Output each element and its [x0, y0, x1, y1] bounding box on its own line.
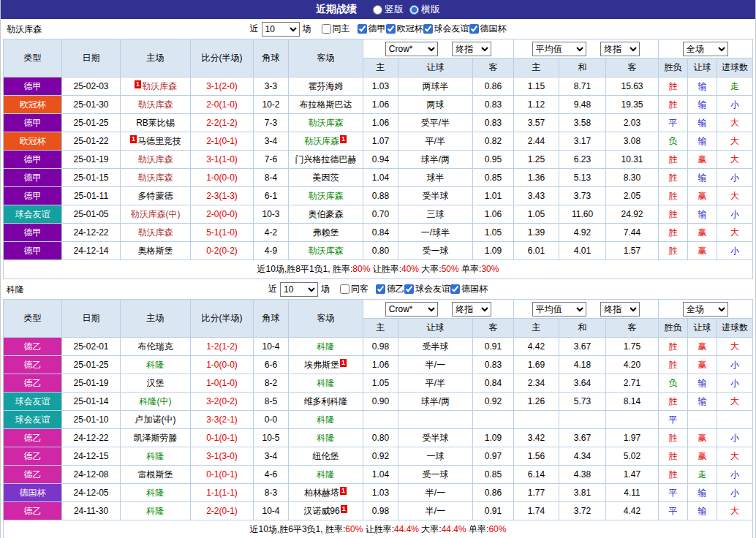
- team-link[interactable]: 霍芬海姆: [309, 81, 344, 91]
- crown-odds-select[interactable]: Crow*: [385, 42, 438, 56]
- team-link[interactable]: 雷根斯堡: [138, 469, 173, 480]
- team-link[interactable]: 凯泽斯劳滕: [134, 433, 178, 443]
- league-checkbox[interactable]: [358, 24, 367, 34]
- avg-home: 1.12: [514, 96, 559, 114]
- team-link[interactable]: 科隆: [147, 506, 165, 516]
- team-link[interactable]: 多特蒙德: [138, 191, 173, 201]
- odds-home: 0.80: [363, 242, 398, 260]
- league-checkbox[interactable]: [450, 284, 460, 294]
- team-link[interactable]: 科隆: [147, 488, 165, 498]
- layout-horizontal-option[interactable]: 横版: [409, 3, 440, 16]
- same-venue-checkbox[interactable]: [340, 284, 349, 294]
- league-filter[interactable]: 欧冠杯: [386, 23, 423, 35]
- avg-home: 3.42: [514, 429, 559, 447]
- result-outcome: 胜: [659, 356, 688, 374]
- team-link[interactable]: 布伦瑞克: [138, 341, 173, 352]
- league-checkbox[interactable]: [376, 284, 385, 294]
- team-link[interactable]: 马德里竞技: [137, 136, 181, 146]
- near-label: 近: [268, 283, 277, 295]
- avg-away: 10.31: [606, 151, 659, 169]
- league-checkbox[interactable]: [469, 24, 479, 34]
- team-link[interactable]: 弗赖堡: [313, 227, 339, 238]
- team-link[interactable]: RB莱比锡: [136, 118, 175, 128]
- layout-horizontal-radio[interactable]: [409, 5, 419, 15]
- team-link[interactable]: 卢加诺(中): [135, 414, 176, 425]
- home-team: 1马德里竞技: [121, 132, 191, 151]
- league-checkbox[interactable]: [423, 24, 433, 34]
- team-link[interactable]: 科隆(中): [140, 396, 172, 406]
- full-match-header: 全场: [659, 39, 753, 58]
- average-odds-select[interactable]: 平均值: [532, 42, 586, 56]
- team-link[interactable]: 科隆: [317, 469, 335, 480]
- team-link[interactable]: 科隆: [147, 451, 165, 461]
- team-link[interactable]: 汉诺威96: [303, 506, 339, 516]
- team-link[interactable]: 奥格斯堡: [138, 246, 173, 256]
- team-link[interactable]: 勒沃库森: [142, 81, 177, 91]
- average-odds-select[interactable]: 平均值: [532, 302, 586, 317]
- team-link[interactable]: 维多利科隆: [304, 396, 348, 406]
- team-link[interactable]: 勒沃库森: [138, 154, 173, 164]
- league-checkbox[interactable]: [386, 24, 396, 34]
- avg-draw: 3.81: [559, 484, 606, 502]
- team-link[interactable]: 汉堡: [147, 378, 165, 388]
- odds-handicap: 一/球半: [398, 224, 473, 242]
- team-link[interactable]: 布拉格斯巴达: [300, 99, 352, 110]
- team-link[interactable]: 美因茨: [313, 173, 339, 183]
- final-odds-select[interactable]: 终指: [452, 42, 491, 56]
- odds-home: 0.98: [363, 338, 398, 356]
- team-link[interactable]: 勒沃库森: [138, 173, 173, 183]
- col-home: 主场: [121, 300, 191, 338]
- result-handicap: 走: [688, 466, 717, 484]
- same-venue-filter[interactable]: 同客: [340, 283, 368, 295]
- layout-vertical-option[interactable]: 竖版: [373, 3, 404, 16]
- full-match-select[interactable]: 全场: [683, 42, 728, 56]
- match-rows-1: 德乙25-02-01布伦瑞克1-2(1-2)10-4科隆0.98受半球0.914…: [4, 338, 753, 520]
- team-link[interactable]: 科隆: [317, 341, 335, 352]
- filter-controls: 近 10 场 同客 德乙球会友谊德国杯: [268, 282, 488, 297]
- league-filter[interactable]: 球会友谊: [423, 23, 469, 35]
- crown-odds-select[interactable]: Crow*: [385, 302, 438, 317]
- team-link[interactable]: 科隆: [317, 414, 335, 425]
- team-link[interactable]: 勒沃库森: [309, 118, 344, 128]
- team-link[interactable]: 科隆: [317, 433, 335, 443]
- league-type-badge: 德乙: [4, 466, 62, 484]
- final-odds-select[interactable]: 终指: [452, 302, 491, 317]
- team-link[interactable]: 勒沃库森: [138, 99, 173, 110]
- league-filter[interactable]: 德国杯: [450, 283, 488, 295]
- result-outcome: 胜: [659, 466, 688, 484]
- league-filter[interactable]: 德甲: [358, 23, 386, 35]
- same-venue-checkbox[interactable]: [322, 24, 331, 34]
- league-checkbox[interactable]: [404, 284, 414, 294]
- league-filter[interactable]: 球会友谊: [404, 283, 450, 295]
- team-link[interactable]: 科隆: [147, 360, 165, 370]
- team-link[interactable]: 门兴格拉德巴赫: [295, 154, 357, 164]
- team-link[interactable]: 奥伯豪森: [309, 209, 344, 219]
- team-link[interactable]: 勒沃库森(中): [131, 209, 181, 219]
- team-link[interactable]: 勒沃库森: [309, 191, 344, 201]
- avg-away: 4.42: [606, 502, 659, 520]
- team-link[interactable]: 勒沃库森: [138, 227, 173, 238]
- league-type-badge: 德国杯: [4, 484, 62, 502]
- team-link[interactable]: 勒沃库森: [309, 246, 344, 256]
- team-link[interactable]: 科隆: [317, 378, 335, 388]
- full-match-select[interactable]: 全场: [683, 302, 728, 317]
- league-filter[interactable]: 德乙: [376, 283, 404, 295]
- league-label: 球会友谊: [434, 23, 469, 35]
- same-venue-filter[interactable]: 同主: [322, 23, 350, 35]
- team-link[interactable]: 纽伦堡: [313, 451, 339, 461]
- final-avg-select[interactable]: 终指: [600, 302, 640, 317]
- col-avg-away: 客: [606, 58, 659, 77]
- result-handicap: 赢: [688, 151, 717, 169]
- team-link[interactable]: 勒沃库森: [304, 136, 339, 146]
- result-outcome: 胜: [659, 151, 688, 169]
- final-avg-select[interactable]: 终指: [600, 42, 640, 56]
- league-filter[interactable]: 德国杯: [469, 23, 507, 35]
- home-team: 汉堡: [121, 374, 191, 393]
- team-link[interactable]: 埃弗斯堡: [304, 360, 339, 370]
- team-link[interactable]: 柏林赫塔: [304, 488, 339, 498]
- recent-count-select[interactable]: 10: [280, 282, 318, 297]
- match-row: 球会友谊25-01-14科隆(中)3-2(0-2)8-5维多利科隆0.90球半/…: [4, 393, 753, 411]
- recent-count-select[interactable]: 10: [262, 22, 300, 37]
- result-goals: 大: [717, 447, 753, 466]
- layout-vertical-radio[interactable]: [373, 5, 382, 15]
